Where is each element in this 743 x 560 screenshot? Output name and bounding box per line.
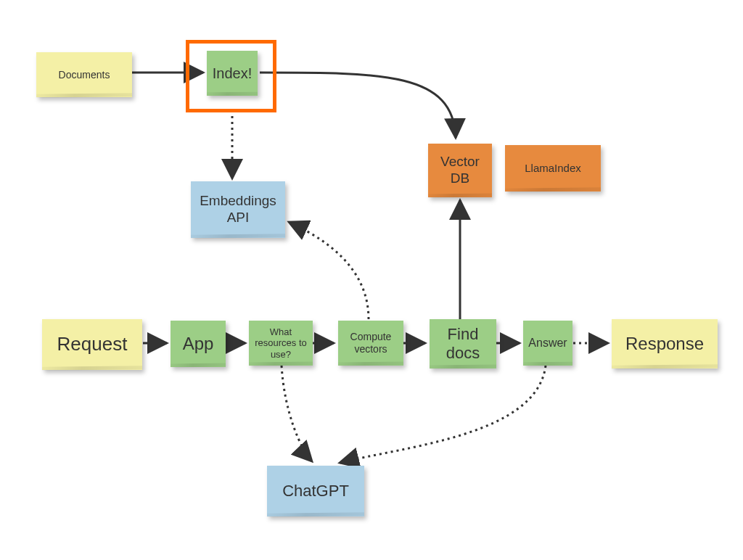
edge-compute-embeddings [289, 222, 369, 319]
node-chatgpt: ChatGPT [267, 466, 364, 516]
node-index-label: Index! [213, 65, 252, 82]
node-embeddings-label: Embeddings API [194, 193, 282, 226]
node-documents-label: Documents [59, 69, 110, 81]
node-embeddings: Embeddings API [191, 181, 285, 238]
node-finddocs-label: Find docs [432, 325, 493, 363]
node-response: Response [612, 319, 718, 368]
node-llamaindex: LlamaIndex [505, 145, 601, 192]
node-documents: Documents [36, 52, 132, 97]
node-response-label: Response [625, 334, 704, 355]
node-answer-label: Answer [528, 336, 567, 350]
node-app-label: App [183, 334, 214, 355]
node-app: App [171, 321, 226, 367]
node-request-label: Request [57, 333, 128, 355]
node-vectordb: Vector DB [428, 144, 492, 197]
node-llamaindex-label: LlamaIndex [525, 162, 581, 175]
node-compute: Compute vectors [338, 321, 403, 366]
node-answer: Answer [523, 321, 572, 366]
edge-resources-chatgpt [282, 366, 312, 461]
node-finddocs: Find docs [430, 319, 496, 368]
edge-answer-chatgpt [340, 366, 546, 463]
node-compute-label: Compute vectors [341, 331, 401, 355]
edge-index-vectordb [260, 73, 456, 138]
node-vectordb-label: Vector DB [431, 154, 489, 187]
node-resources-label: What resources to use? [252, 326, 310, 361]
node-resources: What resources to use? [249, 321, 313, 366]
node-chatgpt-label: ChatGPT [282, 482, 349, 501]
node-index: Index! [207, 51, 258, 96]
node-request: Request [42, 319, 142, 370]
